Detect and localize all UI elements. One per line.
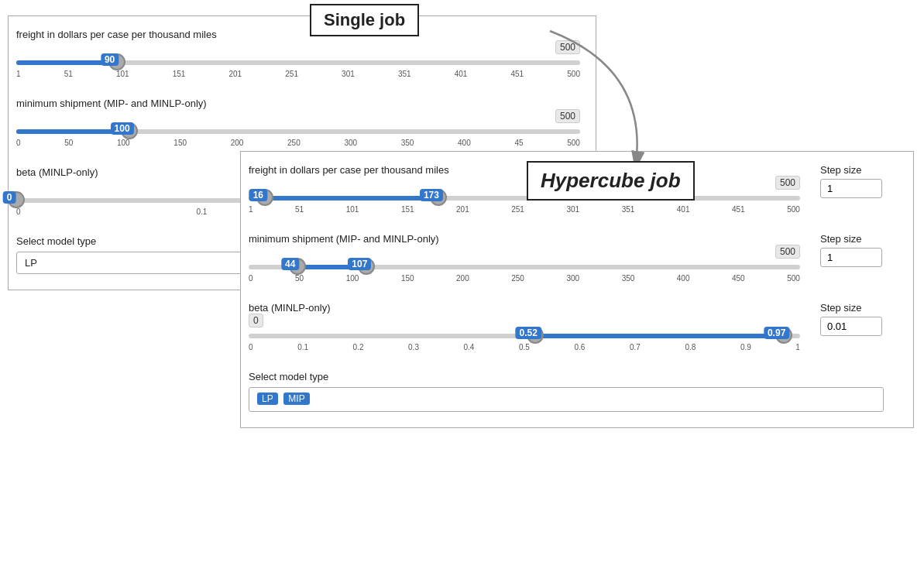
hc-freight-stepsize: Step size (820, 164, 898, 198)
hc-beta-stepsize: Step size (820, 302, 898, 336)
hc-freight-high-value: 173 (420, 189, 443, 201)
hc-shipment-col: minimum shipment (MIP- and MINLP-only) 5… (249, 233, 808, 288)
single-freight-slider[interactable]: 500 90 1 51 101 151 201 251 301 351 401 … (16, 46, 580, 84)
hc-freight-thumb-low[interactable]: 16 (256, 189, 273, 206)
single-shipment-section: minimum shipment (MIP- and MINLP-only) 5… (16, 98, 580, 153)
hc-freight-track-fill (265, 196, 438, 201)
single-model-value[interactable]: LP (16, 252, 249, 274)
single-beta-thumb[interactable]: 0 (8, 191, 25, 208)
hc-beta-thumb-low[interactable]: 0.52 (527, 327, 544, 344)
hc-shipment-stepsize: Step size (820, 233, 898, 267)
hc-beta-slider[interactable]: 0 0.52 0.97 0 0.1 0.2 0.3 0.4 0.5 0.6 0.… (249, 320, 800, 357)
hc-beta-high-value: 0.97 (764, 327, 789, 339)
hc-shipment-max: 500 (775, 245, 800, 259)
single-job-title: Single job (324, 10, 405, 29)
single-freight-label: freight in dollars per case per thousand… (16, 29, 580, 40)
hypercube-job-label: Hypercube job (527, 161, 695, 201)
single-shipment-slider[interactable]: 500 100 0 50 100 150 200 250 300 350 400… (16, 115, 580, 153)
single-shipment-label: minimum shipment (MIP- and MINLP-only) (16, 98, 580, 109)
hc-beta-label: beta (MINLP-only) (249, 302, 808, 314)
hc-shipment-thumb-high[interactable]: 107 (358, 258, 375, 275)
hc-shipment-stepsize-label: Step size (820, 233, 861, 245)
hc-model-label: Select model type (249, 371, 898, 382)
hc-beta-stepsize-input[interactable] (820, 317, 882, 336)
hc-shipment-label: minimum shipment (MIP- and MINLP-only) (249, 233, 808, 245)
hc-beta-ticks: 0 0.1 0.2 0.3 0.4 0.5 0.6 0.7 0.8 0.9 1 (249, 343, 800, 351)
hc-freight-low-value: 16 (249, 189, 267, 201)
hc-model-value[interactable]: LP MIP (249, 387, 884, 412)
hc-model-tag-lp: LP (257, 393, 278, 405)
hc-freight-thumb-high[interactable]: 173 (430, 189, 447, 206)
hc-shipment-thumb-low[interactable]: 44 (289, 258, 306, 275)
hc-shipment-high-value: 107 (348, 258, 371, 270)
hc-freight-slider[interactable]: 500 16 173 1 51 101 151 201 25 (249, 182, 800, 219)
single-freight-section: freight in dollars per case per thousand… (16, 29, 580, 84)
single-shipment-value: 100 (111, 122, 134, 135)
single-beta-value: 0 (3, 191, 16, 204)
hc-beta-row: beta (MINLP-only) 0 0.52 0.97 0 0.1 0.2 … (249, 302, 898, 357)
hc-shipment-slider[interactable]: 500 44 107 0 50 100 150 200 250 300 (249, 251, 800, 288)
hc-beta-min-label: 0 (249, 314, 263, 327)
hc-model-tag-mip: MIP (283, 393, 309, 405)
single-job-label: Single job (310, 4, 419, 36)
single-freight-ticks: 1 51 101 151 201 251 301 351 401 451 500 (16, 70, 580, 78)
hc-shipment-stepsize-input[interactable] (820, 248, 882, 267)
hc-shipment-ticks: 0 50 100 150 200 250 300 350 400 450 500 (249, 274, 800, 283)
single-shipment-thumb[interactable]: 100 (121, 122, 138, 139)
single-freight-value: 90 (101, 53, 119, 66)
hc-freight-stepsize-label: Step size (820, 164, 861, 176)
single-freight-thumb[interactable]: 90 (108, 53, 125, 70)
hc-shipment-low-value: 44 (281, 258, 299, 270)
single-shipment-ticks: 0 50 100 150 200 250 300 350 400 45 500 (16, 139, 580, 147)
hc-beta-track-fill (535, 334, 783, 338)
hypercube-job-title: Hypercube job (541, 169, 681, 192)
single-shipment-max: 500 (555, 109, 580, 123)
hc-beta-stepsize-label: Step size (820, 302, 861, 314)
single-model-text: LP (25, 257, 37, 269)
hc-model-section: Select model type LP MIP (249, 371, 898, 412)
single-freight-max: 500 (555, 40, 580, 54)
hc-beta-col: beta (MINLP-only) 0 0.52 0.97 0 0.1 0.2 … (249, 302, 808, 357)
hc-shipment-row: minimum shipment (MIP- and MINLP-only) 5… (249, 233, 898, 288)
hc-beta-thumb-high[interactable]: 0.97 (775, 327, 792, 344)
hc-freight-stepsize-input[interactable] (820, 179, 882, 198)
hc-beta-low-value: 0.52 (516, 327, 541, 339)
hc-freight-max: 500 (775, 176, 800, 190)
hc-freight-ticks: 1 51 101 151 201 251 301 351 401 451 500 (249, 205, 800, 214)
